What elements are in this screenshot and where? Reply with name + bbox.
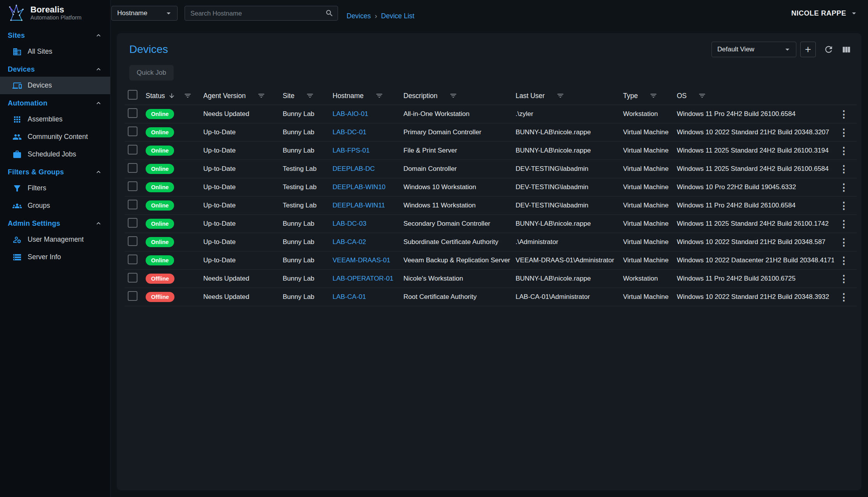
devices-icon [12,81,22,90]
filter-icon[interactable] [449,92,457,100]
table-header-row: Status Agent Version Site Hostname Descr… [125,87,857,105]
column-header-os[interactable]: OS [677,92,834,100]
status-badge: Online [146,255,174,265]
column-settings-button[interactable] [842,45,851,54]
hostname-link[interactable]: LAB-DC-03 [333,220,403,228]
row-checkbox[interactable] [128,181,137,191]
section-devices[interactable]: Devices [0,60,110,77]
table-row[interactable]: Online Up-to-Date Testing Lab DEEPLAB-WI… [125,178,857,197]
agent-version-cell: Needs Updated [203,293,283,301]
row-menu-icon[interactable]: ⋮ [834,145,854,156]
column-header-description[interactable]: Description [403,92,516,100]
column-header-type[interactable]: Type [623,92,677,100]
row-menu-icon[interactable]: ⋮ [834,218,854,230]
select-all-checkbox[interactable] [128,90,137,100]
row-checkbox[interactable] [128,291,137,301]
table-row[interactable]: Online Up-to-Date Testing Lab DEEPLAB-DC… [125,160,857,178]
row-checkbox[interactable] [128,108,137,118]
table-row[interactable]: Online Needs Updated Bunny Lab LAB-AIO-0… [125,105,857,123]
add-view-button[interactable]: + [800,42,816,57]
row-menu-icon[interactable]: ⋮ [834,127,854,138]
sidebar-item-filters[interactable]: Filters [0,179,110,197]
app-brand[interactable]: Borealis Automation Platform [0,0,110,26]
table-row[interactable]: Online Up-to-Date Bunny Lab LAB-CA-02 Su… [125,233,857,251]
search-box[interactable] [185,6,338,21]
filter-icon[interactable] [184,92,192,100]
hostname-link[interactable]: DEEPLAB-WIN11 [333,202,403,209]
table-row[interactable]: Offline Needs Updated Bunny Lab LAB-OPER… [125,270,857,288]
search-field-select[interactable]: Hostname [111,6,178,21]
section-automation[interactable]: Automation [0,94,110,111]
table-row[interactable]: Offline Needs Updated Bunny Lab LAB-CA-0… [125,288,857,306]
filter-icon[interactable] [698,92,706,100]
row-menu-icon[interactable]: ⋮ [834,292,854,303]
filter-icon[interactable] [556,92,564,100]
table-row[interactable]: Online Up-to-Date Bunny Lab LAB-FPS-01 F… [125,142,857,160]
sidebar-item-label: Devices [28,81,52,90]
search-icon[interactable] [325,9,334,18]
filter-icon[interactable] [257,92,265,100]
search-input[interactable] [190,10,325,17]
refresh-button[interactable] [824,44,834,54]
sidebar-item-server-info[interactable]: Server Info [0,248,110,266]
table-row[interactable]: Online Up-to-Date Bunny Lab LAB-DC-01 Pr… [125,123,857,142]
row-menu-icon[interactable]: ⋮ [834,182,854,193]
agent-version-cell: Up-to-Date [203,238,283,246]
row-menu-icon[interactable]: ⋮ [834,163,854,175]
row-checkbox[interactable] [128,200,137,209]
filter-icon[interactable] [650,92,657,100]
row-menu-icon[interactable]: ⋮ [834,255,854,266]
table-row[interactable]: Online Up-to-Date Bunny Lab LAB-DC-03 Se… [125,215,857,233]
sidebar-item-community-content[interactable]: Community Content [0,128,110,146]
filter-icon[interactable] [375,92,383,100]
sidebar-item-label: Groups [28,202,50,210]
sidebar-item-all-sites[interactable]: All Sites [0,43,110,60]
row-checkbox[interactable] [128,126,137,136]
column-header-hostname[interactable]: Hostname [333,92,403,100]
quick-job-button[interactable]: Quick Job [129,65,174,81]
column-header-site[interactable]: Site [283,92,333,100]
filter-icon[interactable] [306,92,314,100]
last-user-cell: DEV-TESTING\labadmin [516,183,623,191]
groups-icon [12,201,22,211]
hostname-link[interactable]: VEEAM-DRAAS-01 [333,256,403,264]
row-menu-icon[interactable]: ⋮ [834,200,854,211]
sidebar-item-devices[interactable]: Devices [0,77,110,94]
column-header-agent-version[interactable]: Agent Version [203,92,283,100]
row-menu-icon[interactable]: ⋮ [834,237,854,248]
section-sites[interactable]: Sites [0,26,110,43]
table-row[interactable]: Online Up-to-Date Testing Lab DEEPLAB-WI… [125,197,857,215]
column-header-status[interactable]: Status [146,92,203,100]
row-checkbox[interactable] [128,145,137,155]
view-select[interactable]: Default View [711,42,796,57]
hostname-link[interactable]: LAB-DC-01 [333,128,403,136]
last-user-cell: BUNNY-LAB\nicole.rappe [516,220,623,228]
hostname-link[interactable]: LAB-AIO-01 [333,110,403,118]
table-row[interactable]: Online Up-to-Date Bunny Lab VEEAM-DRAAS-… [125,251,857,270]
site-cell: Testing Lab [283,183,333,191]
row-checkbox[interactable] [128,255,137,264]
row-checkbox[interactable] [128,163,137,173]
breadcrumb-devices[interactable]: Devices [347,12,371,20]
sort-desc-icon[interactable] [168,92,175,99]
hostname-link[interactable]: LAB-CA-02 [333,238,403,246]
row-checkbox[interactable] [128,218,137,228]
hostname-link[interactable]: LAB-OPERATOR-01 [333,275,403,283]
user-menu[interactable]: NICOLE RAPPE [791,9,859,18]
section-filters-groups[interactable]: Filters & Groups [0,163,110,179]
hostname-link[interactable]: DEEPLAB-WIN10 [333,183,403,191]
row-checkbox[interactable] [128,236,137,246]
section-admin-settings[interactable]: Admin Settings [0,214,110,231]
hostname-link[interactable]: LAB-CA-01 [333,293,403,301]
hostname-link[interactable]: LAB-FPS-01 [333,147,403,155]
row-menu-icon[interactable]: ⋮ [834,273,854,285]
hostname-link[interactable]: DEEPLAB-DC [333,165,403,173]
breadcrumb-device-list[interactable]: Device List [381,12,415,20]
sidebar-item-groups[interactable]: Groups [0,197,110,214]
column-header-last-user[interactable]: Last User [516,92,623,100]
sidebar-item-user-management[interactable]: User Management [0,231,110,248]
row-checkbox[interactable] [128,273,137,283]
sidebar-item-scheduled-jobs[interactable]: Scheduled Jobs [0,146,110,163]
sidebar-item-assemblies[interactable]: Assemblies [0,111,110,128]
row-menu-icon[interactable]: ⋮ [834,109,854,120]
